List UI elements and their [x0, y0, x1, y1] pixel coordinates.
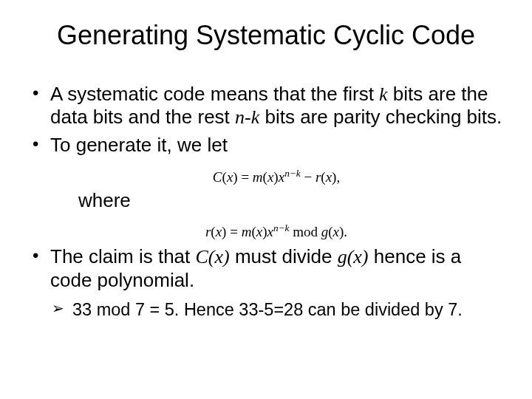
equation-1: C(x) = m(x)xn−k − r(x), — [50, 168, 502, 186]
eq2-mod: mod — [289, 224, 321, 239]
eq1-xbase: x — [279, 169, 284, 185]
eq2-exp-n: n — [273, 222, 279, 233]
sub-bullet-1: 33 mod 7 = 5. Hence 33-5=28 can be divid… — [50, 299, 502, 321]
var-k: k — [379, 83, 388, 105]
eq1-exp-n: n — [284, 168, 290, 179]
eq2-r: r — [205, 224, 211, 239]
eq2-g: g — [321, 224, 329, 239]
eq1-x1: x — [227, 169, 233, 185]
eq1-minus: − — [301, 169, 316, 185]
sub-bullet-1-text: 33 mod 7 = 5. Hence 33-5=28 can be divid… — [72, 300, 463, 319]
eq2-x1: x — [216, 224, 222, 239]
body-list: A systematic code means that the first k… — [30, 83, 502, 321]
bullet-3-text-pre: The claim is that — [50, 245, 196, 267]
equation-2: r(x) = m(x)xn−k mod g(x). — [50, 222, 502, 241]
bullet-1-text-post: bits are parity checking bits. — [259, 106, 502, 128]
eq1-exp-minus: − — [290, 168, 296, 179]
bullet-3: The claim is that C(x) must divide g(x) … — [30, 245, 502, 321]
eq2-exp-minus: − — [279, 222, 285, 233]
var-n-minus-k: n-k — [235, 106, 259, 128]
eq1-m: m — [253, 169, 263, 185]
sub-list: 33 mod 7 = 5. Hence 33-5=28 can be divid… — [50, 299, 502, 321]
bullet-2-text: To generate it, we let — [50, 134, 228, 156]
slide: Generating Systematic Cyclic Code A syst… — [0, 0, 532, 399]
eq1-comma: , — [336, 169, 340, 185]
eq1-r: r — [316, 169, 321, 185]
eq2-exp: n−k — [273, 222, 290, 233]
eq2-m: m — [242, 224, 252, 239]
slide-title: Generating Systematic Cyclic Code — [30, 21, 502, 50]
eq1-x3: x — [326, 169, 332, 185]
eq1-exp: n−k — [284, 168, 301, 179]
where-label: where — [50, 189, 502, 212]
eq2-eq: = — [226, 224, 241, 239]
eq1-eq: = — [238, 169, 253, 185]
eq1-x2: x — [267, 169, 273, 185]
eq2-x2: x — [256, 224, 262, 239]
bullet-3-text-mid: must divide — [230, 245, 338, 267]
var-C-of-x: C(x) — [196, 246, 230, 267]
bullet-2: To generate it, we let C(x) = m(x)xn−k −… — [30, 134, 502, 241]
eq2-xbase: x — [267, 224, 273, 239]
eq2-period: . — [344, 224, 347, 239]
bullet-1: A systematic code means that the first k… — [30, 83, 502, 129]
var-g-of-x: g(x) — [338, 246, 369, 267]
eq1-C: C — [213, 169, 222, 185]
bullet-1-text-pre: A systematic code means that the first — [50, 83, 379, 105]
eq2-x3: x — [333, 224, 339, 239]
